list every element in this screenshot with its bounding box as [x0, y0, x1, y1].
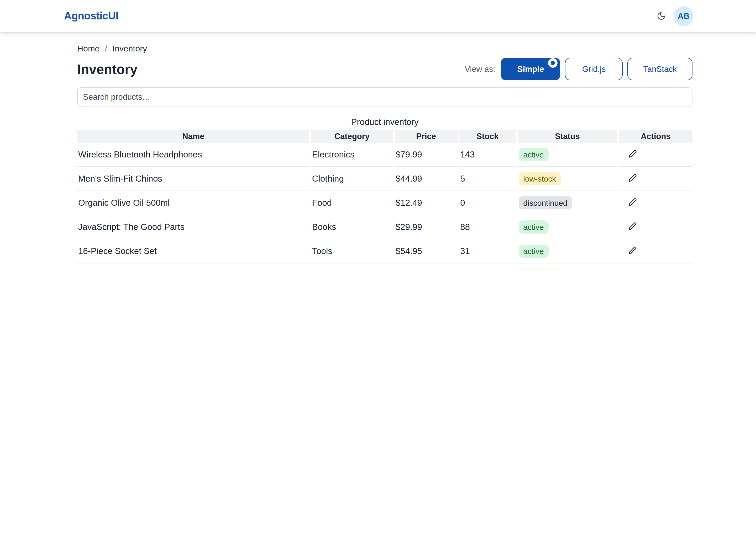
breadcrumb-home[interactable]: Home: [77, 42, 100, 55]
edit-button[interactable]: [629, 174, 637, 182]
cell-name: Organic Olive Oil 500ml: [77, 191, 309, 215]
cell-actions: [619, 239, 693, 264]
status-badge: low-stock: [518, 269, 561, 270]
column-header-price: Price: [394, 130, 458, 143]
column-header-category: Category: [311, 130, 393, 143]
view-button-grid-js[interactable]: Grid.js: [565, 58, 623, 80]
cell-price: $39.99: [394, 264, 458, 270]
cell-actions: [619, 167, 693, 191]
cell-stock: 0: [459, 191, 516, 215]
cell-stock: 5: [459, 167, 516, 191]
status-badge: low-stock: [518, 172, 561, 185]
breadcrumb-inventory: Inventory: [112, 42, 147, 55]
column-header-actions: Actions: [619, 130, 693, 143]
cell-name: USB-C Hub 7-in-1: [77, 264, 309, 270]
cell-price: $29.99: [394, 215, 458, 239]
cell-category: Books: [311, 215, 393, 239]
pencil-icon: [629, 222, 637, 230]
cell-status: active: [517, 143, 617, 167]
table-row: Men's Slim-Fit Chinos Clothing $44.99 5 …: [77, 167, 693, 191]
cell-name: Men's Slim-Fit Chinos: [77, 167, 309, 191]
view-buttons: SimpleGrid.jsTanStack: [501, 58, 693, 80]
top-bar: AgnosticUI AB: [0, 0, 756, 32]
column-header-name: Name: [77, 130, 309, 143]
cell-name: Wireless Bluetooth Headphones: [77, 143, 309, 167]
page-title: Inventory: [77, 60, 137, 78]
table-row: Organic Olive Oil 500ml Food $12.49 0 di…: [77, 191, 693, 215]
cell-actions: [619, 143, 693, 167]
cell-name: 16-Piece Socket Set: [77, 239, 309, 264]
status-badge: discontinued: [518, 196, 572, 209]
moon-icon: [656, 12, 665, 21]
title-row: Inventory View as: SimpleGrid.jsTanStack: [77, 58, 693, 80]
cell-stock: 143: [459, 143, 516, 167]
status-badge: active: [518, 245, 548, 258]
cell-category: Clothing: [311, 167, 393, 191]
brand-logo[interactable]: AgnosticUI: [64, 10, 119, 22]
edit-button[interactable]: [629, 149, 637, 158]
cell-name: JavaScript: The Good Parts: [77, 215, 309, 239]
table-row: 16-Piece Socket Set Tools $54.95 31 acti…: [77, 239, 693, 264]
column-header-stock: Stock: [459, 130, 516, 143]
selected-radio-icon: [548, 58, 557, 68]
status-badge: active: [518, 220, 548, 234]
cell-status: active: [517, 215, 617, 239]
theme-toggle-button[interactable]: [655, 10, 667, 22]
view-button-label: TanStack: [643, 64, 677, 73]
edit-button[interactable]: [629, 246, 637, 254]
main-content: Home / Inventory Inventory View as: Simp…: [77, 32, 693, 270]
status-badge: active: [518, 148, 548, 161]
cell-status: low-stock: [517, 264, 617, 270]
cell-status: discontinued: [517, 191, 617, 215]
breadcrumb: Home / Inventory: [77, 42, 693, 55]
table-row: Wireless Bluetooth Headphones Electronic…: [77, 143, 693, 167]
page: AgnosticUI AB Home / Inventory Inventory…: [0, 0, 756, 270]
top-bar-actions: AB: [655, 6, 694, 26]
cell-price: $44.99: [394, 167, 458, 191]
cell-category: Electronics: [311, 143, 393, 167]
product-table: Product inventory NameCategoryPriceStock…: [76, 116, 694, 270]
cell-stock: 88: [459, 215, 516, 239]
avatar[interactable]: AB: [674, 6, 694, 26]
cell-category: Food: [311, 191, 393, 215]
edit-button[interactable]: [629, 197, 637, 206]
table-header-row: NameCategoryPriceStockStatusActions: [77, 130, 693, 143]
view-button-label: Grid.js: [582, 64, 606, 73]
cell-price: $54.95: [394, 239, 458, 264]
search-input[interactable]: [77, 87, 693, 107]
column-header-status: Status: [517, 130, 617, 143]
cell-actions: [619, 215, 693, 239]
cell-status: low-stock: [517, 167, 617, 191]
pencil-icon: [629, 197, 637, 206]
table-row: USB-C Hub 7-in-1 Electronics $39.99 7 lo…: [77, 264, 693, 270]
view-button-tanstack[interactable]: TanStack: [628, 58, 693, 80]
table-caption: Product inventory: [76, 116, 694, 130]
cell-actions: [619, 264, 693, 270]
view-switcher: View as: SimpleGrid.jsTanStack: [464, 58, 693, 80]
table-row: JavaScript: The Good Parts Books $29.99 …: [77, 215, 693, 239]
view-button-label: Simple: [517, 64, 544, 73]
cell-price: $12.49: [394, 191, 458, 215]
breadcrumb-separator: /: [105, 42, 107, 55]
view-button-simple[interactable]: Simple: [501, 58, 560, 80]
edit-button[interactable]: [629, 222, 637, 230]
pencil-icon: [629, 246, 637, 254]
pencil-icon: [629, 149, 637, 158]
view-as-label: View as:: [464, 64, 495, 74]
cell-category: Tools: [311, 239, 393, 264]
cell-stock: 7: [459, 264, 516, 270]
pencil-icon: [629, 174, 637, 182]
cell-status: active: [517, 239, 617, 264]
cell-actions: [619, 191, 693, 215]
cell-price: $79.99: [394, 143, 458, 167]
cell-stock: 31: [459, 239, 516, 264]
cell-category: Electronics: [311, 264, 393, 270]
